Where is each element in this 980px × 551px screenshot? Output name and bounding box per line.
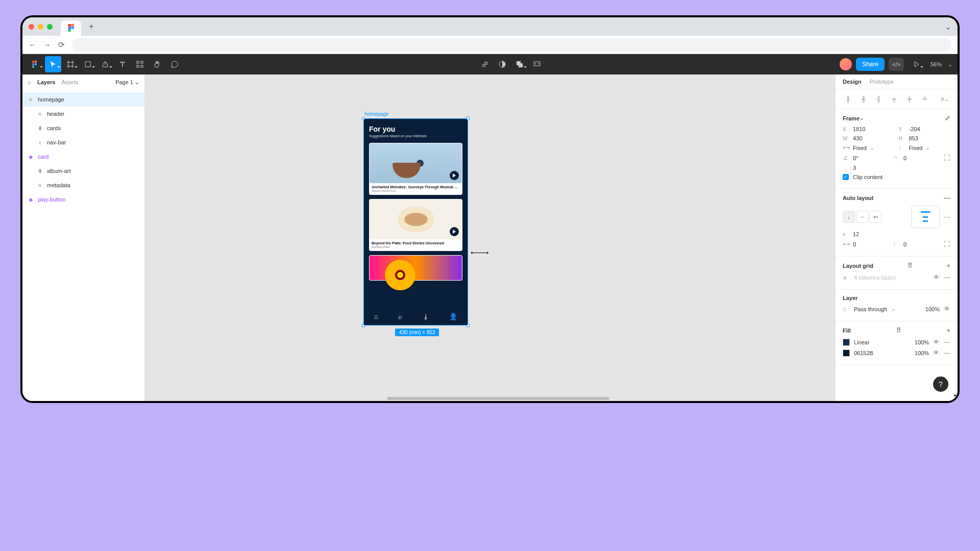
present-button[interactable]	[908, 56, 924, 72]
tidy-up-button[interactable]: ≡⌄	[938, 93, 951, 105]
corner-radius-input[interactable]: 0	[903, 155, 906, 161]
layer-metadata[interactable]: ≡metadata	[22, 178, 144, 192]
new-tab-button[interactable]: +	[85, 20, 97, 33]
resources-button[interactable]	[132, 56, 148, 72]
resize-to-fit-button[interactable]: ⤢	[945, 114, 950, 122]
remove-fill-button[interactable]: —	[944, 338, 950, 346]
alignment-box[interactable]	[911, 206, 940, 228]
height-input[interactable]: 853	[909, 135, 918, 141]
visibility-icon[interactable]: 👁	[944, 305, 950, 313]
independent-padding-button[interactable]: ⛶	[944, 240, 950, 248]
align-right-button[interactable]: ╢	[872, 93, 886, 105]
independent-corners-button[interactable]: ⛶	[944, 154, 950, 162]
active-tab[interactable]	[61, 20, 81, 36]
layer-album-art[interactable]: ⋕album-art	[22, 164, 144, 178]
reload-icon[interactable]: ⟳	[58, 40, 65, 49]
width-input[interactable]: 430	[853, 135, 862, 141]
frame-name-label[interactable]: homepage	[364, 111, 388, 117]
resize-handle-tl[interactable]	[362, 117, 365, 120]
add-grid-button[interactable]: +	[946, 262, 950, 269]
fill-styles-button[interactable]: ⠿	[896, 327, 901, 334]
layer-homepage[interactable]: ≡homepage	[22, 92, 144, 107]
value-input[interactable]: 3	[853, 165, 856, 171]
align-top-button[interactable]: ╤	[888, 93, 901, 105]
layer-navbar[interactable]: ⫞nav-bar	[22, 135, 144, 149]
chevron-down-icon[interactable]: ⌄	[945, 22, 951, 32]
align-bottom-button[interactable]: ╧	[918, 93, 932, 105]
fill-type[interactable]: Linear	[854, 339, 870, 345]
frame-tool-button[interactable]	[62, 56, 79, 72]
page-selector[interactable]: Page 1 ⌄	[115, 79, 139, 86]
mock-card-image	[370, 256, 462, 280]
layer-cards[interactable]: ⋕cards	[22, 121, 144, 135]
component-actions-button[interactable]	[477, 56, 493, 72]
gap-input[interactable]: 12	[853, 231, 859, 237]
url-input[interactable]	[72, 38, 951, 52]
remove-fill-button[interactable]: —	[944, 349, 950, 357]
fill-swatch[interactable]	[843, 339, 850, 346]
grid-styles-button[interactable]: ⠿	[908, 262, 913, 269]
align-vcenter-button[interactable]: ╪	[903, 93, 916, 105]
layer-play-button-component[interactable]: ◈play-button	[22, 192, 144, 207]
chevron-down-icon[interactable]: ⌄	[948, 61, 952, 68]
tab-design[interactable]: Design	[843, 79, 862, 85]
align-hcenter-button[interactable]: ╫	[857, 93, 870, 105]
visibility-icon[interactable]: 👁	[933, 349, 940, 357]
help-button[interactable]: ?	[933, 377, 948, 392]
blend-mode-select[interactable]: Pass through	[854, 306, 887, 312]
forward-icon[interactable]: →	[43, 40, 51, 49]
minimize-window-icon[interactable]	[38, 24, 43, 30]
maximize-window-icon[interactable]	[47, 24, 53, 30]
share-button[interactable]: Share	[856, 58, 885, 71]
hand-tool-button[interactable]	[149, 56, 165, 72]
boolean-ops-button[interactable]	[511, 56, 528, 72]
resize-handle-tr[interactable]	[467, 117, 470, 120]
close-window-icon[interactable]	[29, 24, 34, 30]
visibility-icon[interactable]: 👁	[933, 338, 940, 346]
clip-content-checkbox[interactable]: ✓	[843, 174, 849, 180]
zoom-level[interactable]: 56%	[930, 61, 942, 67]
tab-assets[interactable]: Assets	[61, 79, 78, 85]
direction-wrap-button[interactable]: ↩	[869, 211, 881, 223]
fill-swatch[interactable]	[843, 349, 850, 357]
mask-button[interactable]	[494, 56, 510, 72]
user-avatar[interactable]	[840, 58, 852, 70]
padding-h-input[interactable]: 0	[853, 241, 856, 247]
grid-value[interactable]: 4 columns (auto)	[854, 274, 896, 281]
padding-v-input[interactable]: 0	[903, 241, 906, 247]
align-left-button[interactable]: ╟	[842, 93, 855, 105]
fill-opacity[interactable]: 100%	[915, 339, 929, 345]
width-mode-select[interactable]: Fixed	[853, 145, 867, 151]
horizontal-scrollbar[interactable]	[298, 397, 702, 401]
comment-tool-button[interactable]	[166, 56, 183, 72]
autolayout-more-button[interactable]: ⋯	[944, 213, 950, 221]
x-input[interactable]: 1810	[853, 126, 865, 132]
pen-tool-button[interactable]	[97, 56, 113, 72]
tab-prototype[interactable]: Prototype	[870, 79, 894, 85]
fill-color[interactable]: 06152B	[854, 350, 873, 356]
search-icon[interactable]: ⌕	[28, 79, 31, 86]
back-icon[interactable]: ←	[29, 40, 36, 49]
dev-handoff-icon[interactable]	[529, 56, 545, 72]
fill-opacity[interactable]: 100%	[915, 350, 929, 356]
layer-card-component[interactable]: ◈card	[22, 149, 144, 164]
text-tool-button[interactable]	[114, 56, 131, 72]
rotation-input[interactable]: 0°	[853, 155, 859, 161]
layer-header[interactable]: ≡header	[22, 107, 144, 121]
direction-vertical-button[interactable]: ↓	[843, 211, 855, 223]
remove-autolayout-button[interactable]: —	[944, 194, 950, 202]
opacity-input[interactable]: 100%	[925, 306, 940, 312]
grid-visibility-icon[interactable]: 👁	[933, 273, 940, 281]
main-menu-button[interactable]	[28, 56, 44, 72]
dev-mode-button[interactable]: </>	[889, 58, 904, 71]
tab-layers[interactable]: Layers	[37, 79, 55, 85]
remove-grid-button[interactable]: —	[944, 273, 950, 281]
shape-tool-button[interactable]	[80, 56, 96, 72]
add-fill-button[interactable]: +	[946, 327, 950, 334]
y-input[interactable]: -204	[909, 126, 920, 132]
frame-homepage[interactable]: For you Suggestions based on your intere…	[363, 118, 468, 325]
direction-horizontal-button[interactable]: →	[856, 211, 868, 223]
canvas[interactable]: homepage For you Suggestions based on yo…	[145, 74, 835, 401]
move-tool-button[interactable]	[45, 56, 61, 72]
height-mode-select[interactable]: Fixed	[909, 145, 923, 151]
